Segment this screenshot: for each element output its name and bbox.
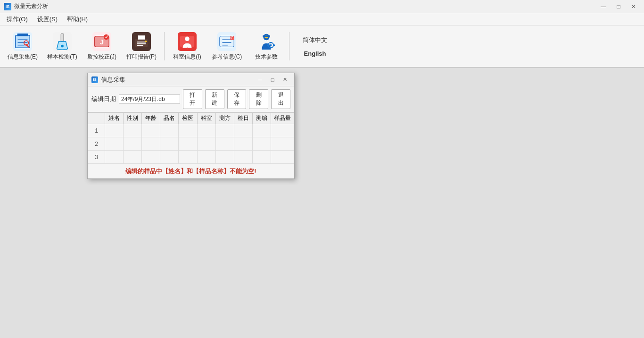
svg-text:I: I — [187, 46, 188, 51]
minimize-button[interactable]: — — [597, 2, 610, 11]
maximize-button[interactable]: □ — [612, 2, 625, 11]
toolbar-btn-tech-param[interactable]: 技术参数 — [248, 27, 285, 65]
cell-1-dept[interactable] — [197, 124, 215, 137]
exit-button[interactable]: 退出 — [271, 89, 290, 109]
data-table-container: 姓名 性别 年龄 品名 检医 科室 测方 检日 测编 样品量 1 — [88, 112, 294, 164]
table-header-row: 姓名 性别 年龄 品名 检医 科室 测方 检日 测编 样品量 — [88, 113, 294, 124]
lang-en-button[interactable]: English — [298, 48, 332, 59]
cell-2-product[interactable] — [160, 137, 179, 151]
toolbar-btn-sample-detect[interactable]: 样本检测(T) — [43, 27, 81, 65]
lang-cn-button[interactable]: 简体中文 — [297, 34, 333, 46]
cell-2-method[interactable] — [215, 137, 234, 151]
app-icon: IS — [4, 3, 11, 10]
svg-rect-17 — [138, 35, 145, 40]
cell-1-sampleamt[interactable] — [271, 124, 294, 137]
svg-rect-14 — [137, 42, 146, 42]
col-testnum: 测编 — [252, 113, 271, 124]
cell-3-testnum[interactable] — [252, 151, 271, 164]
svg-rect-35 — [267, 44, 268, 46]
main-content: IS 信息采集 ─ □ ✕ 编辑日期 打开 新建 保存 删除 退出 — [0, 68, 644, 338]
col-product: 品名 — [160, 113, 179, 124]
print-report-icon — [132, 32, 151, 51]
cell-2-age[interactable] — [142, 137, 160, 151]
toolbar-btn-info-collect[interactable]: 信息采集(E) — [4, 27, 41, 65]
ref-info-svg: C — [218, 33, 236, 51]
lab-info-icon: I — [178, 32, 197, 51]
cell-1-checkdate[interactable] — [234, 124, 252, 137]
dialog-maximize-button[interactable]: □ — [267, 76, 278, 84]
menu-item-help[interactable]: 帮助(H) — [62, 14, 92, 25]
cell-2-dept[interactable] — [197, 137, 215, 151]
cell-3-method[interactable] — [215, 151, 234, 164]
save-button[interactable]: 保存 — [227, 89, 247, 109]
toolbar-btn-qc-correct[interactable]: J ✓ 质控校正(J) — [83, 27, 121, 65]
toolbar: 信息采集(E) 样本检测(T) J ✓ 质控校正(J) — [0, 25, 644, 68]
cell-2-testnum[interactable] — [252, 137, 271, 151]
cell-2-doctor[interactable] — [179, 137, 197, 151]
toolbar-separator-lang — [289, 32, 289, 60]
toolbar-btn-print-report[interactable]: 打印报告(P) — [123, 27, 160, 65]
svg-rect-30 — [263, 35, 270, 37]
dialog-close-button[interactable]: ✕ — [279, 76, 290, 84]
file-path-input[interactable] — [119, 94, 180, 104]
edit-date-label: 编辑日期 — [91, 95, 116, 103]
cell-2-checkdate[interactable] — [234, 137, 252, 151]
toolbar-btn-ref-info[interactable]: C 参考信息(C) — [208, 27, 246, 65]
info-collect-icon — [13, 32, 32, 51]
svg-rect-7 — [61, 33, 64, 41]
table-row: 3 — [88, 151, 294, 164]
svg-rect-1 — [17, 33, 28, 36]
info-collect-svg — [14, 33, 32, 51]
dialog-titlebar: IS 信息采集 ─ □ ✕ — [88, 73, 294, 86]
cell-1-age[interactable] — [142, 124, 160, 137]
col-sampleamt: 样品量 — [271, 113, 294, 124]
toolbar-label-info-collect: 信息采集(E) — [8, 53, 38, 61]
cell-2-gender[interactable] — [124, 137, 142, 151]
dialog-app-icon: IS — [91, 76, 98, 83]
cell-3-sampleamt[interactable] — [271, 151, 294, 164]
delete-button[interactable]: 删除 — [249, 89, 268, 109]
svg-text:J: J — [100, 37, 104, 45]
cell-1-product[interactable] — [160, 124, 179, 137]
toolbar-btn-lab-info[interactable]: I 科室信息(I) — [168, 27, 206, 65]
svg-rect-36 — [273, 44, 275, 46]
cell-1-doctor[interactable] — [179, 124, 197, 137]
cell-2-sampleamt[interactable] — [271, 137, 294, 151]
cell-3-dept[interactable] — [197, 151, 215, 164]
cell-1-name[interactable] — [105, 124, 124, 137]
dialog-minimize-button[interactable]: ─ — [255, 76, 266, 84]
toolbar-separator — [164, 32, 165, 60]
cell-1-gender[interactable] — [124, 124, 142, 137]
table-row: 2 — [88, 137, 294, 151]
menu-item-operations[interactable]: 操作(O) — [2, 14, 33, 25]
svg-text:✓: ✓ — [105, 34, 108, 40]
print-report-svg — [132, 33, 150, 51]
dialog-controls: ─ □ ✕ — [255, 76, 290, 84]
svg-point-8 — [61, 44, 64, 47]
cell-3-name[interactable] — [105, 151, 124, 164]
new-button[interactable]: 新建 — [205, 89, 224, 109]
cell-3-gender[interactable] — [124, 151, 142, 164]
dialog-title: 信息采集 — [101, 76, 125, 84]
data-table: 姓名 性别 年龄 品名 检医 科室 测方 检日 测编 样品量 1 — [88, 112, 294, 164]
cell-1-testnum[interactable] — [252, 124, 271, 137]
close-button[interactable]: ✕ — [627, 2, 640, 11]
col-checkdate: 检日 — [234, 113, 252, 124]
col-gender: 性别 — [124, 113, 142, 124]
cell-3-age[interactable] — [142, 151, 160, 164]
svg-rect-15 — [137, 43, 146, 44]
cell-3-product[interactable] — [160, 151, 179, 164]
open-button[interactable]: 打开 — [183, 89, 202, 109]
cell-1-method[interactable] — [215, 124, 234, 137]
cell-2-name[interactable] — [105, 137, 124, 151]
info-collect-dialog: IS 信息采集 ─ □ ✕ 编辑日期 打开 新建 保存 删除 退出 — [87, 73, 295, 179]
row-num-1: 1 — [88, 124, 105, 137]
menu-item-settings[interactable]: 设置(S) — [33, 14, 62, 25]
ref-info-icon: C — [217, 32, 236, 51]
cell-3-doctor[interactable] — [179, 151, 197, 164]
cell-3-checkdate[interactable] — [234, 151, 252, 164]
col-method: 测方 — [215, 113, 234, 124]
row-num-3: 3 — [88, 151, 105, 164]
svg-point-32 — [270, 44, 272, 46]
toolbar-label-qc-correct: 质控校正(J) — [87, 53, 116, 61]
